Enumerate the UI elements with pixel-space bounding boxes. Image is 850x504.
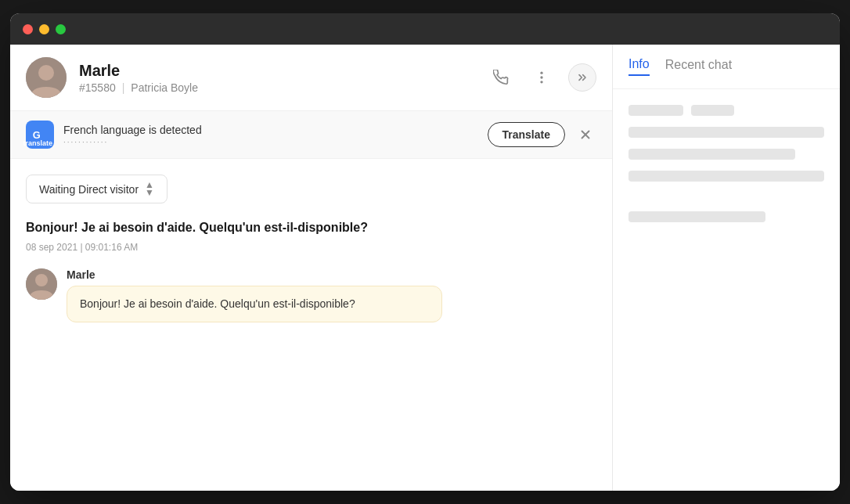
- translation-bar: G translate French language is detected …: [10, 111, 612, 159]
- contact-meta: #15580 | Patricia Boyle: [79, 81, 474, 94]
- translate-button[interactable]: Translate: [488, 122, 565, 147]
- content-area: Marle #15580 | Patricia Boyle: [10, 45, 840, 491]
- svg-point-4: [540, 81, 542, 83]
- chat-header: Marle #15580 | Patricia Boyle: [10, 45, 612, 111]
- svg-point-2: [540, 72, 542, 74]
- contact-avatar: [26, 57, 67, 98]
- contact-info: Marle #15580 | Patricia Boyle: [79, 62, 474, 94]
- agent-message-content: Marle Bonjour! Je ai besoin d'aide. Quel…: [67, 268, 596, 322]
- agent-bubble: Bonjour! Je ai besoin d'aide. Quelqu'un …: [67, 286, 442, 322]
- main-panel: Marle #15580 | Patricia Boyle: [10, 45, 613, 491]
- minimize-traffic-light[interactable]: [39, 24, 49, 34]
- titlebar: [10, 13, 840, 45]
- agent-message-wrap: Marle Bonjour! Je ai besoin d'aide. Quel…: [26, 268, 596, 322]
- translation-label: French language is detected: [63, 124, 478, 136]
- skeleton-block: [628, 105, 683, 116]
- right-panel-content: [613, 89, 840, 491]
- svg-point-3: [540, 76, 542, 78]
- agent-avatar: [26, 268, 57, 300]
- app-window: Marle #15580 | Patricia Boyle: [10, 13, 840, 491]
- meta-divider: |: [122, 81, 125, 94]
- tab-recent-chat[interactable]: Recent chat: [665, 58, 732, 75]
- skeleton-block: [628, 127, 824, 138]
- close-traffic-light[interactable]: [23, 24, 33, 34]
- google-translate-icon: G translate: [26, 121, 54, 149]
- expand-button[interactable]: [568, 63, 596, 92]
- visitor-message: Bonjour! Je ai besoin d'aide. Quelqu'un …: [26, 219, 596, 252]
- translation-text: French language is detected ············: [63, 124, 478, 146]
- contact-id: #15580: [79, 81, 116, 94]
- status-label: Waiting Direct visitor: [39, 183, 139, 196]
- skeleton-block: [691, 105, 734, 116]
- skeleton-pair-1: [628, 105, 824, 116]
- status-dropdown-wrap: Waiting Direct visitor ▲ ▼: [26, 175, 596, 203]
- right-panel-tabs: Info Recent chat: [613, 45, 840, 89]
- svg-point-9: [35, 274, 48, 286]
- header-actions: [487, 63, 596, 92]
- phone-button[interactable]: [487, 63, 515, 92]
- status-dropdown[interactable]: Waiting Direct visitor ▲ ▼: [26, 175, 167, 203]
- dropdown-arrow-icon: ▲ ▼: [145, 182, 154, 196]
- right-panel: Info Recent chat: [613, 45, 840, 491]
- close-translation-button[interactable]: [574, 124, 596, 146]
- visitor-message-text: Bonjour! Je ai besoin d'aide. Quelqu'un …: [26, 219, 596, 236]
- skeleton-block: [628, 149, 795, 160]
- chat-body: Waiting Direct visitor ▲ ▼ Bonjour! Je a…: [10, 159, 612, 491]
- spacer: [628, 193, 824, 200]
- contact-agent: Patricia Boyle: [131, 81, 198, 94]
- contact-name: Marle: [79, 62, 474, 80]
- skeleton-block: [628, 211, 765, 222]
- message-timestamp: 08 sep 2021 | 09:01:16 AM: [26, 242, 596, 253]
- maximize-traffic-light[interactable]: [56, 24, 66, 34]
- tab-info[interactable]: Info: [628, 57, 650, 76]
- agent-name: Marle: [67, 268, 596, 281]
- more-options-button[interactable]: [528, 63, 556, 92]
- translation-dots: ············: [63, 138, 478, 146]
- skeleton-block: [628, 171, 824, 182]
- svg-point-1: [38, 65, 54, 81]
